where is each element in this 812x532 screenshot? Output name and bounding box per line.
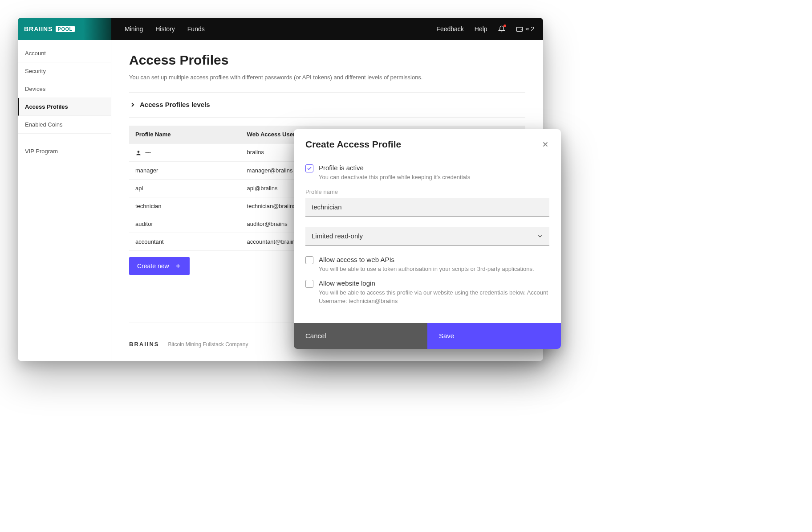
cell-profile-name: technician (129, 197, 241, 215)
chevron-right-icon (129, 101, 136, 108)
brand-logo[interactable]: BRAIINS POOL (18, 18, 111, 40)
svg-point-1 (138, 151, 140, 153)
sidebar-item-vip[interactable]: VIP Program (18, 143, 111, 160)
plus-icon (175, 262, 182, 270)
create-new-label: Create new (137, 262, 169, 270)
chevron-down-icon (537, 233, 543, 239)
wallet-icon (516, 25, 523, 33)
allow-api-labels: Allow access to web APIs You will be abl… (319, 256, 534, 273)
notification-dot-icon (503, 25, 506, 27)
nav-history[interactable]: History (155, 25, 175, 33)
modal-header: Create Access Profile (294, 129, 561, 155)
profile-active-checkbox[interactable] (305, 164, 313, 172)
allow-api-checkbox[interactable] (305, 256, 313, 264)
brand-suffix: POOL (56, 26, 75, 32)
create-new-button[interactable]: Create new (129, 257, 190, 275)
allow-web-labels: Allow website login You will be able to … (319, 279, 549, 305)
expander-label: Access Profiles levels (140, 101, 210, 108)
role-value: Limited read-only (312, 232, 363, 240)
divider (129, 117, 525, 118)
cell-profile-name: accountant (129, 233, 241, 250)
topbar-right: Feedback Help ≈ 2 (436, 25, 534, 33)
sidebar-item-enabled-coins[interactable]: Enabled Coins (18, 116, 111, 134)
sidebar-item-access-profiles[interactable]: Access Profiles (18, 98, 111, 116)
create-profile-modal: Create Access Profile Profile is active … (294, 129, 561, 349)
balance-display[interactable]: ≈ 2 (516, 25, 534, 33)
modal-actions: Cancel Save (294, 323, 561, 349)
cell-profile-name: auditor (129, 215, 241, 233)
feedback-link[interactable]: Feedback (436, 25, 463, 33)
brand-name: BRAIINS (24, 25, 53, 33)
role-select[interactable]: Limited read-only (305, 227, 549, 246)
sidebar: Account Security Devices Access Profiles… (18, 40, 111, 361)
topbar: BRAIINS POOL Mining History Funds Feedba… (18, 18, 543, 40)
allow-web-row: Allow website login You will be able to … (305, 279, 549, 305)
allow-web-label: Allow website login (319, 279, 549, 287)
close-icon[interactable] (541, 140, 549, 148)
cell-profile-name: --- (129, 143, 241, 162)
app-frame: BRAIINS POOL Mining History Funds Feedba… (18, 18, 543, 361)
footer-tagline: Bitcoin Mining Fullstack Company (168, 341, 248, 348)
sidebar-item-security[interactable]: Security (18, 62, 111, 80)
profile-active-labels: Profile is active You can deactivate thi… (319, 164, 470, 181)
profile-name-input[interactable] (305, 198, 549, 217)
allow-api-row: Allow access to web APIs You will be abl… (305, 256, 549, 273)
modal-body: Profile is active You can deactivate thi… (294, 155, 561, 323)
allow-api-sub: You will be able to use a token authoris… (319, 265, 534, 273)
modal-title: Create Access Profile (305, 139, 401, 150)
page-subtitle: You can set up multiple access profiles … (129, 74, 525, 81)
help-link[interactable]: Help (475, 25, 487, 33)
profile-active-label: Profile is active (319, 164, 470, 172)
cell-profile-name: manager (129, 161, 241, 179)
check-icon (307, 166, 312, 171)
col-profile-name: Profile Name (129, 126, 241, 143)
allow-web-checkbox[interactable] (305, 280, 313, 288)
profile-name-label: Profile name (305, 188, 549, 195)
sidebar-item-devices[interactable]: Devices (18, 80, 111, 98)
nav-mining[interactable]: Mining (125, 25, 143, 33)
balance-value: ≈ 2 (526, 25, 534, 33)
footer-brand: BRAIINS (129, 341, 159, 348)
profile-active-row: Profile is active You can deactivate thi… (305, 164, 549, 181)
save-button[interactable]: Save (427, 323, 561, 349)
allow-api-label: Allow access to web APIs (319, 256, 534, 263)
allow-web-sub: You will be able to access this profile … (319, 289, 549, 305)
levels-expander[interactable]: Access Profiles levels (129, 101, 525, 108)
cancel-button[interactable]: Cancel (294, 323, 427, 349)
cell-profile-name: api (129, 179, 241, 197)
nav-funds[interactable]: Funds (187, 25, 205, 33)
profile-active-sub: You can deactivate this profile while ke… (319, 173, 470, 181)
sidebar-item-account[interactable]: Account (18, 45, 111, 62)
divider (129, 92, 525, 93)
user-icon (135, 150, 142, 156)
top-nav: Mining History Funds (125, 25, 205, 33)
page-title: Access Profiles (129, 53, 525, 68)
notifications-button[interactable] (498, 25, 505, 33)
